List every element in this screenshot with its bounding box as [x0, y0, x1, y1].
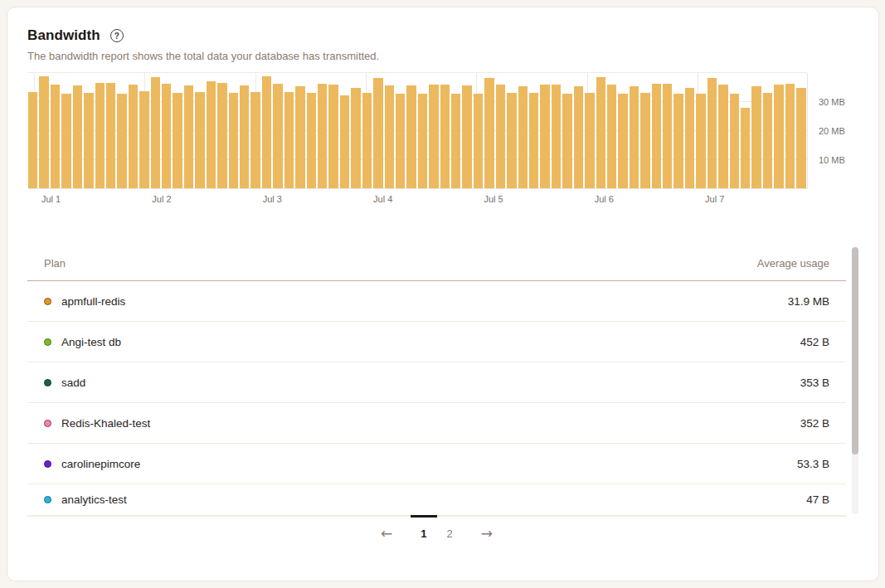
chart-bar[interactable] [708, 78, 717, 189]
table-row[interactable]: Angi-test db452 B [27, 322, 846, 362]
table-row[interactable]: Redis-Khaled-test352 B [27, 403, 846, 444]
chart-bar[interactable] [673, 94, 683, 189]
table-row[interactable]: apmfull-redis31.9 MB [27, 281, 846, 322]
chart-bar[interactable] [630, 86, 639, 189]
chart-bar[interactable] [117, 94, 126, 190]
chart-bar[interactable] [373, 78, 382, 189]
bandwidth-card: Bandwidth ? The bandwidth report shows t… [7, 7, 879, 581]
chart-bar[interactable] [184, 85, 193, 189]
chart-bar[interactable] [207, 81, 216, 189]
chart-bar[interactable] [295, 86, 304, 189]
plan-name: Redis-Khaled-test [61, 417, 150, 430]
chart-bar[interactable] [84, 93, 93, 189]
chart-bar[interactable] [139, 91, 148, 189]
chart-bar[interactable] [61, 94, 71, 190]
chart-bar[interactable] [685, 88, 694, 190]
table-row[interactable]: sadd353 B [27, 362, 846, 403]
chart-bar[interactable] [229, 93, 238, 189]
chart-bar[interactable] [718, 85, 727, 189]
plan-name: Angi-test db [61, 336, 121, 348]
average-usage-value: 31.9 MB [788, 295, 829, 308]
chart-bar[interactable] [474, 94, 483, 190]
chart-x-tick-label: Jul 1 [41, 194, 61, 204]
chart-bar[interactable] [518, 86, 528, 189]
chart-bar[interactable] [552, 85, 561, 189]
chart-bar[interactable] [751, 86, 761, 189]
table-body: apmfull-redis31.9 MBAngi-test db452 Bsad… [27, 281, 846, 516]
chart-bar[interactable] [730, 94, 739, 190]
chart-y-tick-label: 10 MB [819, 155, 845, 165]
chart-bar[interactable] [785, 84, 795, 189]
table-row[interactable]: carolinepimcore53.3 B [27, 444, 846, 484]
chart-bar[interactable] [652, 84, 661, 189]
chart-bar[interactable] [763, 93, 772, 189]
chart-bar[interactable] [351, 88, 360, 190]
pagination-page-2[interactable]: 2 [437, 517, 463, 540]
chart-bar[interactable] [73, 85, 82, 189]
chart-bar[interactable] [151, 77, 160, 189]
chart-bar[interactable] [796, 88, 805, 189]
chart-bar[interactable] [696, 94, 705, 190]
chart-bar[interactable] [385, 85, 394, 189]
chart-bar[interactable] [51, 85, 60, 189]
chart-bar[interactable] [451, 94, 460, 189]
chart-bar[interactable] [562, 94, 571, 190]
chart-bar[interactable] [240, 85, 249, 189]
chart-bar[interactable] [362, 93, 372, 189]
chart-bar[interactable] [640, 93, 649, 189]
chart-bar[interactable] [741, 108, 750, 189]
plan-color-dot-icon [44, 338, 51, 346]
chart-bar[interactable] [162, 84, 171, 189]
pagination-next-button[interactable]: → [474, 517, 499, 541]
chart-bar[interactable] [28, 92, 37, 189]
chart-bar[interactable] [195, 92, 204, 189]
chart-bar[interactable] [429, 85, 438, 189]
chart-bar[interactable] [129, 85, 138, 189]
chart-bar[interactable] [462, 85, 471, 189]
chart-bar[interactable] [396, 94, 405, 189]
pagination-prev-button[interactable]: ← [374, 517, 399, 541]
chart-bar[interactable] [507, 93, 516, 189]
chart-bar[interactable] [574, 86, 583, 189]
plan-cell: analytics-test [44, 493, 127, 506]
chart-bar[interactable] [328, 85, 338, 189]
chart-bar[interactable] [774, 85, 783, 189]
average-usage-value: 47 B [806, 493, 829, 506]
chart-bar[interactable] [273, 84, 282, 189]
chart-bar[interactable] [106, 83, 115, 189]
chart-bar[interactable] [663, 84, 672, 189]
chart-bar[interactable] [496, 85, 505, 189]
chart-bar[interactable] [217, 83, 226, 189]
pagination: ← 12 → [27, 516, 846, 551]
table-scrollbar-thumb[interactable] [852, 247, 858, 454]
chart-bar[interactable] [406, 85, 416, 189]
chart-bar[interactable] [596, 77, 605, 189]
chart-bar[interactable] [307, 93, 316, 189]
help-icon[interactable]: ? [110, 29, 124, 42]
chart-bar[interactable] [618, 94, 627, 190]
chart-bar[interactable] [607, 85, 616, 189]
chart-bar[interactable] [418, 94, 427, 190]
page-title: Bandwidth [27, 27, 100, 44]
chart-bar[interactable] [250, 92, 260, 189]
chart-bar[interactable] [340, 95, 349, 189]
plans-table: Plan Average usage apmfull-redis31.9 MBA… [27, 245, 858, 516]
chart-bar[interactable] [540, 85, 549, 189]
average-usage-value: 353 B [800, 377, 829, 389]
chart-bar[interactable] [440, 85, 450, 189]
table-row[interactable]: analytics-test47 B [27, 484, 846, 516]
plan-name: sadd [61, 377, 85, 389]
pagination-page-1[interactable]: 1 [411, 517, 436, 540]
chart-bar[interactable] [39, 76, 48, 189]
chart-x-tick-label: Jul 7 [705, 194, 724, 204]
chart-x-tick-label: Jul 2 [152, 194, 171, 204]
chart-bar[interactable] [284, 92, 294, 189]
chart-bar[interactable] [318, 84, 327, 189]
chart-bar[interactable] [262, 76, 271, 189]
chart-bar[interactable] [95, 83, 105, 189]
chart-bar[interactable] [484, 78, 494, 189]
chart-bar[interactable] [585, 93, 594, 189]
chart-bar[interactable] [529, 93, 538, 189]
plan-name: analytics-test [61, 493, 127, 506]
chart-bar[interactable] [173, 93, 182, 189]
